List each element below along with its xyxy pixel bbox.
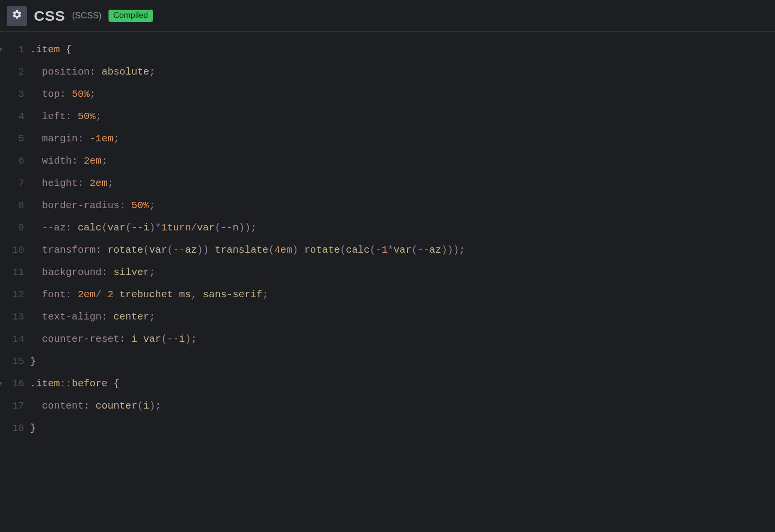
- code-line[interactable]: top: 50%;: [30, 83, 775, 106]
- token-fn: rotate: [108, 244, 143, 256]
- token-punc: ,: [191, 289, 203, 300]
- token-punc: :: [78, 133, 90, 144]
- token-plain: [30, 178, 42, 189]
- token-num: 2em: [84, 155, 102, 167]
- token-punc: :: [95, 244, 108, 256]
- code-line[interactable]: }: [30, 350, 775, 373]
- line-number: 10: [0, 239, 24, 261]
- token-fn: calc: [346, 244, 370, 256]
- code-line[interactable]: width: 2em;: [30, 150, 775, 172]
- token-plain: [30, 311, 42, 322]
- code-line[interactable]: border-radius: 50%;: [30, 195, 775, 217]
- token-punc: (: [268, 244, 274, 256]
- token-punc: (: [102, 222, 108, 233]
- token-fn: var: [143, 334, 161, 345]
- token-plain: [30, 111, 42, 122]
- code-line[interactable]: --az: calc(var(--i)*1turn/var(--n));: [30, 217, 775, 239]
- token-num: 2em: [78, 289, 95, 300]
- token-prop: height: [42, 178, 78, 189]
- line-number: 3: [0, 83, 24, 106]
- token-sel: before: [72, 378, 113, 389]
- token-prop: counter-reset: [42, 334, 120, 345]
- token-val: trebuchet ms: [113, 289, 191, 300]
- token-num: 50%: [72, 89, 90, 100]
- token-plain: [30, 66, 42, 77]
- code-line[interactable]: text-align: center;: [30, 306, 775, 328]
- token-punc: :: [120, 334, 132, 345]
- token-plain: [30, 289, 42, 300]
- token-plain: [30, 89, 42, 100]
- token-num: -1em: [90, 133, 113, 144]
- code-line[interactable]: counter-reset: i var(--i);: [30, 328, 775, 350]
- code-line[interactable]: }: [30, 417, 775, 440]
- token-num: 2em: [90, 178, 108, 189]
- code-area[interactable]: .item { position: absolute; top: 50%; le…: [30, 39, 775, 440]
- token-punc: :: [102, 267, 114, 278]
- token-num: 4em: [274, 244, 292, 256]
- token-var: --i: [131, 222, 149, 233]
- code-line[interactable]: .item::before {: [30, 373, 775, 395]
- token-num: 2: [108, 289, 113, 300]
- line-number: 18: [0, 417, 24, 440]
- token-punc: :: [60, 89, 72, 100]
- line-number: 8: [0, 195, 24, 217]
- token-punc: )));: [441, 244, 465, 256]
- token-plain: [30, 267, 42, 278]
- code-line[interactable]: transform: rotate(var(--az)) translate(4…: [30, 239, 775, 261]
- code-line[interactable]: position: absolute;: [30, 61, 775, 83]
- token-fn: translate: [215, 244, 268, 256]
- token-punc: (: [215, 222, 220, 233]
- token-punc: :: [66, 289, 78, 300]
- token-punc: :: [66, 111, 78, 122]
- token-punc: ::: [60, 378, 72, 389]
- panel-header: CSS (SCSS) Compiled: [0, 0, 775, 32]
- code-line[interactable]: margin: -1em;: [30, 128, 775, 150]
- token-sel: .item: [30, 378, 60, 389]
- token-punc: /: [95, 289, 108, 300]
- code-line[interactable]: content: counter(i);: [30, 395, 775, 417]
- token-prop: border-radius: [42, 200, 120, 211]
- line-number: 5: [0, 128, 24, 150]
- token-plain: }: [30, 423, 36, 434]
- code-editor[interactable]: 123456789101112131415161718 .item { posi…: [0, 32, 775, 440]
- token-fn: var: [394, 244, 412, 256]
- token-var: --n: [221, 222, 239, 233]
- code-line[interactable]: font: 2em/ 2 trebuchet ms, sans-serif;: [30, 284, 775, 306]
- token-var: --az: [173, 244, 197, 256]
- token-punc: :: [90, 66, 102, 77]
- token-plain: [30, 222, 42, 233]
- code-line[interactable]: left: 50%;: [30, 106, 775, 128]
- compiled-badge[interactable]: Compiled: [108, 10, 153, 22]
- token-punc: /: [191, 222, 197, 233]
- code-line[interactable]: height: 2em;: [30, 172, 775, 195]
- token-punc: :: [66, 222, 78, 233]
- code-line[interactable]: .item {: [30, 39, 775, 61]
- token-punc: ;: [113, 133, 119, 144]
- line-number: 9: [0, 217, 24, 239]
- token-prop: top: [42, 89, 60, 100]
- token-num: -1: [376, 244, 388, 256]
- token-punc: :: [120, 200, 132, 211]
- token-num: 1turn: [161, 222, 191, 233]
- token-fn: calc: [78, 222, 101, 233]
- token-punc: ;: [102, 155, 108, 167]
- token-punc: ;: [95, 111, 101, 122]
- panel-title: CSS: [34, 8, 65, 24]
- code-line[interactable]: background: silver;: [30, 261, 775, 284]
- token-prop: background: [42, 267, 102, 278]
- line-number: 4: [0, 106, 24, 128]
- token-prop: text-align: [42, 311, 102, 322]
- token-punc: ): [292, 244, 304, 256]
- settings-button[interactable]: [7, 6, 27, 26]
- token-punc: ;: [108, 178, 113, 189]
- line-number: 12: [0, 284, 24, 306]
- token-prop: width: [42, 155, 72, 167]
- token-val: center: [113, 311, 149, 322]
- token-prop: left: [42, 111, 66, 122]
- token-var: --i: [167, 334, 185, 345]
- token-val: i: [131, 334, 143, 345]
- token-fn: var: [149, 244, 167, 256]
- token-val: silver: [113, 267, 149, 278]
- line-number: 1: [0, 39, 24, 61]
- token-punc: :: [102, 311, 114, 322]
